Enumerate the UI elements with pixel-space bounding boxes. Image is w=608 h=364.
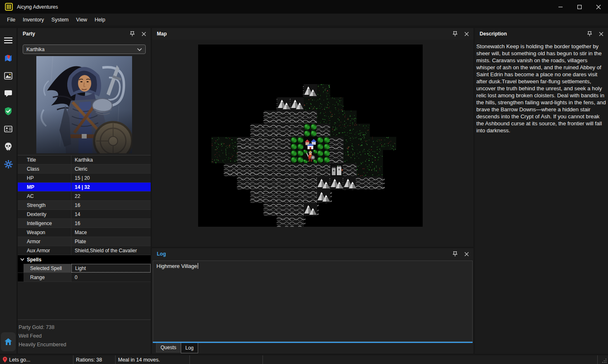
party-member-selected: Karthika: [26, 47, 137, 52]
map-pin-icon[interactable]: [451, 30, 459, 38]
stat-label: AC: [18, 192, 71, 200]
stat-row-weapon[interactable]: WeaponMace: [18, 228, 151, 237]
menu-bar: File Inventory System View Help: [0, 14, 608, 26]
menu-inventory[interactable]: Inventory: [19, 15, 47, 24]
stat-label: Title: [18, 155, 71, 164]
spell-label: Selected Spell: [24, 264, 71, 272]
log-tab-strip: Quests Log: [152, 343, 473, 354]
text-caret: [198, 263, 198, 269]
stat-row-intelligence[interactable]: Intelligence16: [18, 219, 151, 228]
map-close-icon[interactable]: [463, 30, 470, 38]
center-column: Map Log: [152, 28, 473, 354]
party-member-select[interactable]: Karthika: [23, 45, 146, 54]
stats-empty-area: [18, 282, 151, 319]
window-title: Aicyng Adventures: [17, 4, 58, 10]
log-textarea[interactable]: Highmere Village: [153, 261, 473, 342]
spell-value: Light: [71, 264, 151, 272]
spell-row-selected-spell[interactable]: Selected SpellLight: [18, 264, 151, 273]
stat-row-ac[interactable]: AC22: [18, 192, 151, 201]
close-button[interactable]: [589, 0, 608, 14]
collapse-chevron-icon: [18, 258, 27, 261]
stat-value: 16: [71, 201, 151, 209]
log-close-icon[interactable]: [463, 250, 470, 258]
log-panel: Log Highmere Village Quests Log: [152, 248, 473, 354]
menu-file[interactable]: File: [3, 15, 19, 24]
rations-text: Rations: 38: [76, 357, 102, 363]
party-footer: Party Gold: 738 Well Feed Heavily Encumb…: [18, 320, 151, 349]
description-panel: Description Stonewatch Keep is holding t…: [475, 28, 608, 354]
stat-label: HP: [18, 174, 71, 182]
tab-log[interactable]: Log: [181, 343, 198, 353]
stat-label: Dexterity: [18, 210, 71, 218]
log-pin-icon[interactable]: [451, 250, 459, 258]
app-icon: [5, 3, 13, 11]
hamburger-menu-icon[interactable]: [1, 31, 16, 49]
log-panel-header: Log: [152, 248, 473, 260]
description-close-icon[interactable]: [597, 30, 605, 38]
description-pin-icon[interactable]: [586, 30, 593, 38]
status-empty-cell-2: [263, 355, 597, 364]
stat-label: Strength: [18, 201, 71, 209]
location-pin-icon: [2, 357, 7, 363]
stat-label: Aux Armor: [18, 246, 71, 255]
stat-value: Plate: [71, 237, 151, 246]
menu-view[interactable]: View: [72, 15, 91, 24]
maximize-button[interactable]: [570, 0, 589, 14]
party-gold-text: Party Gold: 738: [19, 323, 151, 332]
party-pin-icon[interactable]: [128, 30, 136, 38]
spells-group-row[interactable]: Spells: [18, 255, 151, 264]
stat-value: Shield,Shield of the Cavalier: [71, 246, 151, 255]
spell-value: 0: [71, 273, 151, 282]
chevron-down-icon: [137, 48, 142, 51]
id-card-icon[interactable]: [1, 120, 16, 138]
stat-value: 22: [71, 192, 151, 200]
description-text: Stonewatch Keep is holding the border to…: [475, 40, 608, 134]
party-stats-rows: TitleKarthikaClassClericHP15 | 20MP14 | …: [18, 155, 151, 255]
map-icon[interactable]: [1, 49, 16, 67]
chat-icon[interactable]: [1, 85, 16, 102]
stat-row-strength[interactable]: Strength16: [18, 201, 151, 210]
menu-help[interactable]: Help: [91, 15, 109, 24]
spell-row-range[interactable]: Range0: [18, 273, 151, 282]
shield-check-icon[interactable]: [1, 102, 16, 120]
log-text: Highmere Village: [156, 263, 197, 269]
meal-countdown-text: Meal in 14 moves.: [118, 357, 160, 363]
image-icon[interactable]: [1, 67, 16, 85]
tab-quests[interactable]: Quests: [156, 343, 181, 352]
stat-row-title[interactable]: TitleKarthika: [18, 155, 151, 164]
home-button[interactable]: [1, 332, 16, 351]
menu-system[interactable]: System: [48, 15, 73, 24]
group-indent: [18, 273, 24, 282]
stat-row-dexterity[interactable]: Dexterity14: [18, 210, 151, 219]
settings-gear-icon[interactable]: [1, 155, 16, 173]
stat-label: Class: [18, 164, 71, 173]
character-portrait: [36, 56, 132, 153]
status-empty-cell-1: [190, 355, 263, 364]
stat-row-hp[interactable]: HP15 | 20: [18, 174, 151, 183]
activity-bar: [0, 28, 17, 354]
stat-value: 14 | 32: [71, 183, 151, 191]
spells-group-label: Spells: [27, 257, 41, 263]
party-spells-rows: Selected SpellLightRange0: [18, 264, 151, 282]
resize-grip[interactable]: [597, 355, 608, 364]
minimize-button[interactable]: [551, 0, 570, 14]
stat-row-mp[interactable]: MP14 | 32: [18, 183, 151, 192]
stat-row-armor[interactable]: ArmorPlate: [18, 237, 151, 246]
skull-icon[interactable]: [1, 138, 16, 155]
spell-label: Range: [24, 273, 71, 282]
map-viewport: [152, 40, 473, 247]
description-panel-header: Description: [475, 28, 608, 40]
encumbrance-status-text: Heavily Encumbered: [19, 341, 151, 349]
stat-label: Armor: [18, 237, 71, 246]
map-panel-title: Map: [157, 31, 167, 37]
party-close-icon[interactable]: [140, 30, 147, 38]
stat-label: Intelligence: [18, 219, 71, 228]
party-stats-table: TitleKarthikaClassClericHP15 | 20MP14 | …: [18, 155, 151, 320]
dock-area: Party Karthika: [0, 26, 608, 355]
stat-value: Mace: [71, 228, 151, 237]
stat-row-aux-armor[interactable]: Aux ArmorShield,Shield of the Cavalier: [18, 246, 151, 255]
map-canvas[interactable]: [198, 45, 423, 227]
stat-row-class[interactable]: ClassCleric: [18, 164, 151, 174]
map-panel: Map: [152, 28, 473, 247]
feed-status-text: Well Feed: [19, 332, 151, 341]
